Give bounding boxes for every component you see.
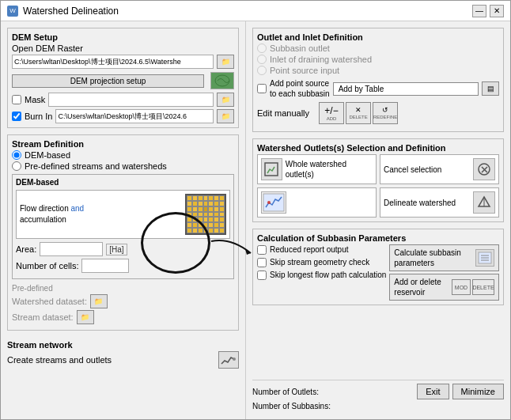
dem-setup-section: DEM Setup Open DEM Raster 📁 DEM projecti… xyxy=(7,28,239,128)
mask-label: Mask xyxy=(25,95,45,104)
add-delete-reservoir-btn[interactable]: Add or delete reservoir MOD DELETE xyxy=(389,274,499,301)
dem-based-radio-row: DEM-based xyxy=(12,150,234,160)
stream-dataset-row: Stream dataset: 📁 xyxy=(12,310,234,324)
stream-network-section: Stream network Create streams and outlet… xyxy=(7,340,239,371)
pre-defined-section: Pre-defined Watershed dataset: 📁 Stream … xyxy=(12,284,234,324)
create-streams-btn[interactable] xyxy=(218,351,239,369)
reduced-report-checkbox[interactable] xyxy=(257,245,267,255)
watershed-dataset-row: Watershed dataset: 📁 xyxy=(12,294,234,308)
burn-in-browse-btn[interactable]: 📁 xyxy=(217,109,234,123)
mask-checkbox[interactable] xyxy=(12,95,21,104)
minimize-btn[interactable]: Minimize xyxy=(452,384,504,399)
pre-defined-radio[interactable] xyxy=(12,161,21,171)
calc-subbasin-params-icon xyxy=(475,249,494,267)
delineate-watershed-label: Delineate watershed xyxy=(384,198,470,208)
delineate-watershed-btn[interactable]: Delineate watershed xyxy=(380,187,499,218)
stream-def-section: Stream Definition DEM-based Pre-defined … xyxy=(7,134,239,331)
delete-label: DELETE xyxy=(349,115,367,119)
delete-btn[interactable]: ✕ DELETE xyxy=(346,102,371,124)
reduced-report-row: Reduced report output xyxy=(257,244,386,255)
cancel-selection-icon xyxy=(473,158,495,180)
ha-unit: [Ha] xyxy=(106,244,127,255)
add-mod-btn[interactable]: +/− ADD xyxy=(319,102,344,124)
pre-defined-radio-row: Pre-defined streams and watersheds xyxy=(12,161,234,171)
stream-dataset-btn: 📁 xyxy=(77,310,94,324)
calc-section-title: Calculation of Subbasin Parameters xyxy=(257,233,499,243)
mask-browse-btn[interactable]: 📁 xyxy=(217,93,234,107)
point-source-label: Point source input xyxy=(270,66,339,75)
outlet-section-title: Outlet and Inlet Definition xyxy=(257,32,499,42)
flow-text: Flow direction andaccumulation xyxy=(20,203,179,225)
calc-right: Calculate subbasin parameters Add or del… xyxy=(389,244,499,301)
watershed-dataset-btn: 📁 xyxy=(90,294,108,308)
calc-grid: Reduced report output Skip stream geomet… xyxy=(257,244,499,301)
dem-projection-btn[interactable]: DEM projection setup xyxy=(12,74,204,88)
calc-left: Reduced report output Skip stream geomet… xyxy=(257,244,386,301)
app-icon: W xyxy=(7,6,18,17)
area-label: Area: xyxy=(16,244,36,254)
close-window-btn[interactable]: ✕ xyxy=(490,5,504,17)
burn-in-checkbox[interactable] xyxy=(12,112,21,121)
delineate-outlet-icon[interactable] xyxy=(257,187,377,218)
cancel-selection-btn[interactable]: Cancel selection xyxy=(380,154,499,184)
calc-section: Calculation of Subbasin Parameters Reduc… xyxy=(252,229,504,305)
dem-based-radio[interactable] xyxy=(12,150,21,160)
window-controls: — ✕ xyxy=(472,5,504,17)
redefine-btn[interactable]: ↺ REDEFINE xyxy=(373,102,398,124)
whole-watershed-icon xyxy=(261,158,282,180)
add-delete-reservoir-label: Add or delete reservoir xyxy=(394,277,449,297)
pre-defined-subtitle: Pre-defined xyxy=(12,284,234,293)
delete-icon: ✕ xyxy=(355,107,361,114)
cells-input[interactable] xyxy=(81,259,129,273)
area-row: Area: [Ha] xyxy=(16,242,230,256)
stream-network-title: Stream network xyxy=(7,340,239,350)
mask-input[interactable] xyxy=(48,93,214,107)
cancel-selection-label: Cancel selection xyxy=(384,165,470,175)
add-point-source-label: Add point sourceto each subbasin xyxy=(270,78,330,99)
reservoir-delete-label: DELETE xyxy=(472,285,494,290)
area-input[interactable] xyxy=(40,242,103,256)
flow-grid xyxy=(185,194,226,235)
skip-longest-checkbox[interactable] xyxy=(257,271,267,280)
whole-watershed-label: Whole watershed outlet(s) xyxy=(286,159,373,180)
svg-point-5 xyxy=(267,201,271,204)
create-streams-label: Create streams and outlets xyxy=(7,355,112,365)
exit-btn[interactable]: Exit xyxy=(417,384,449,399)
whole-watershed-btn[interactable]: Whole watershed outlet(s) xyxy=(257,154,377,184)
burn-in-input[interactable] xyxy=(55,109,214,123)
outlets-label: Number of Outlets: xyxy=(252,388,319,396)
reservoir-mod-btn[interactable]: MOD xyxy=(452,279,471,295)
pre-defined-label: Pre-defined streams and watersheds xyxy=(25,161,167,171)
skip-stream-checkbox[interactable] xyxy=(257,258,267,267)
skip-stream-row: Skip stream geometry check xyxy=(257,257,386,267)
dem-projection-row: DEM projection setup xyxy=(12,72,234,89)
add-point-source-checkbox[interactable] xyxy=(257,84,267,93)
add-by-table-btn[interactable]: Add by Table xyxy=(333,82,479,96)
subbasin-outlet-radio xyxy=(257,44,267,53)
skip-longest-row: Skip longest flow path calculation xyxy=(257,270,386,280)
watershed-outlets-title: Watershed Outlets(s) Selection and Defin… xyxy=(257,143,499,153)
outlets-grid: Whole watershed outlet(s) Cancel selecti… xyxy=(257,154,499,218)
open-dem-label: Open DEM Raster xyxy=(12,44,234,53)
add-by-table-icon-btn[interactable]: ▤ xyxy=(482,81,499,96)
add-mod-label: ADD xyxy=(327,116,337,121)
reservoir-delete-btn[interactable]: DELETE xyxy=(472,279,494,295)
burn-in-row: Burn In 📁 xyxy=(12,109,234,123)
dem-based-subtitle: DEM-based xyxy=(16,178,230,187)
cells-row: Number of cells: xyxy=(16,259,230,273)
dem-browse-btn[interactable]: 📁 xyxy=(217,55,234,69)
burn-in-label: Burn In xyxy=(25,112,52,121)
edit-manually-section: Edit manually +/− ADD ✕ DELETE ↺ xyxy=(257,102,499,124)
svg-rect-2 xyxy=(265,163,278,176)
left-panel: DEM Setup Open DEM Raster 📁 DEM projecti… xyxy=(1,21,246,419)
reservoir-btn-group: MOD DELETE xyxy=(452,279,494,295)
subbasin-outlet-row: Subbasin outlet xyxy=(257,44,499,53)
svg-point-1 xyxy=(233,358,236,361)
dem-map-icon xyxy=(210,72,234,89)
minimize-window-btn[interactable]: — xyxy=(472,5,486,17)
dem-based-box: DEM-based Flow direction andaccumulation xyxy=(12,174,234,279)
mask-row: Mask 📁 xyxy=(12,93,234,107)
calc-subbasin-params-btn[interactable]: Calculate subbasin parameters xyxy=(389,244,499,271)
dem-path-input[interactable] xyxy=(12,55,214,69)
window-title: Watershed Delineation xyxy=(23,6,119,17)
